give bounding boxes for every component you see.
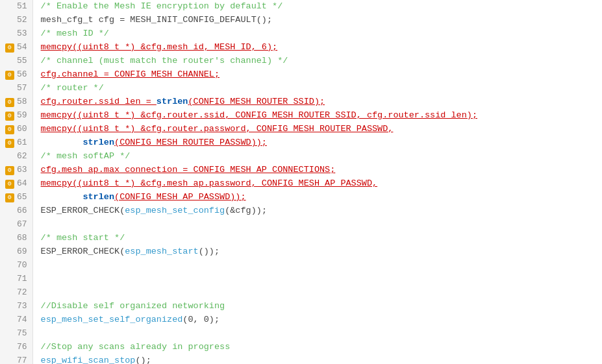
code-token: (CONFIG_MESH_ROUTER_PASSWD)); — [114, 136, 267, 150]
line-number-wrap: 55 — [5, 55, 27, 68]
code-token: esp_wifi_scan_stop — [41, 354, 136, 364]
code-token: (&cfg)); — [225, 204, 267, 218]
code-token: //Stop any scans already in progress — [41, 341, 231, 354]
code-token: memcpy((uint8_t *) &cfg.router.password,… — [41, 123, 394, 136]
line-number: 55 — [17, 55, 27, 67]
line-number-wrap: 65 — [5, 191, 27, 204]
code-token: esp_mesh_set_config — [125, 204, 225, 218]
code-token: /* mesh ID */ — [41, 27, 109, 41]
line-number-wrap: 74 — [5, 313, 27, 327]
code-token: esp_mesh_set_self_organized — [41, 313, 183, 327]
code-token: (CONFIG_MESH_AP_PASSWD)); — [114, 191, 246, 204]
code-line: memcpy((uint8_t *) &cfg.router.password,… — [41, 123, 602, 136]
code-token: memcpy((uint8_t *) &cfg.router.ssid, CON… — [41, 109, 477, 123]
warning-icon — [5, 98, 14, 107]
code-line: strlen(CONFIG_MESH_ROUTER_PASSWD)); — [41, 136, 602, 150]
code-editor: 5152535455565758596061626364656667686970… — [0, 0, 602, 364]
code-token: ()); — [199, 245, 219, 259]
line-number: 73 — [17, 300, 27, 313]
line-number: 61 — [17, 136, 27, 149]
line-number-wrap: 51 — [5, 0, 27, 14]
line-number: 54 — [17, 41, 27, 54]
code-content[interactable]: /* Enable the Mesh IE encryption by defa… — [33, 0, 602, 364]
code-line: memcpy((uint8_t *) &cfg.mesh_ap.password… — [41, 177, 602, 191]
code-line: /* router */ — [41, 82, 602, 95]
code-token — [41, 136, 83, 150]
code-token: /* mesh softAP */ — [41, 150, 131, 164]
code-token — [41, 191, 83, 204]
line-number-wrap: 57 — [5, 82, 27, 95]
code-line — [41, 259, 602, 273]
warning-icon — [5, 139, 14, 148]
line-number: 75 — [17, 327, 27, 340]
line-number-wrap: 52 — [5, 14, 27, 27]
warning-icon — [5, 193, 14, 202]
code-line: esp_mesh_set_self_organized(0, 0); — [41, 313, 602, 327]
warning-icon — [5, 112, 14, 121]
line-number: 64 — [17, 177, 27, 190]
code-token: /* Enable the Mesh IE encryption by defa… — [41, 0, 283, 14]
line-number-wrap: 75 — [5, 327, 27, 341]
line-number: 68 — [17, 232, 27, 245]
line-number-wrap: 67 — [5, 218, 27, 232]
line-number-wrap: 73 — [5, 300, 27, 313]
line-number-wrap: 54 — [5, 41, 27, 55]
code-token: /* router */ — [41, 82, 104, 95]
code-line — [41, 327, 602, 341]
line-number-wrap: 70 — [5, 259, 27, 273]
line-number-wrap: 68 — [5, 232, 27, 245]
line-number-wrap: 61 — [5, 136, 27, 150]
line-number: 56 — [17, 68, 27, 81]
line-number: 67 — [17, 218, 27, 231]
code-line: memcpy((uint8_t *) &cfg.router.ssid, CON… — [41, 109, 602, 123]
line-number: 53 — [17, 27, 27, 40]
code-token: /* channel (must match the router's chan… — [41, 55, 288, 68]
code-token: esp_mesh_start — [125, 245, 198, 259]
code-line: strlen(CONFIG_MESH_AP_PASSWD)); — [41, 191, 602, 204]
code-line: cfg.mesh_ap.max_connection = CONFIG_MESH… — [41, 164, 602, 177]
code-token: strlen — [157, 95, 188, 109]
line-number: 58 — [17, 95, 27, 108]
code-line: esp_wifi_scan_stop(); — [41, 354, 602, 364]
line-number: 69 — [17, 245, 27, 258]
warning-icon — [5, 180, 14, 189]
line-number-wrap: 69 — [5, 245, 27, 259]
code-token: memcpy((uint8_t *) &cfg.mesh_ap.password… — [41, 177, 377, 191]
line-number: 72 — [17, 286, 27, 299]
line-number: 66 — [17, 204, 27, 217]
code-token: (CONFIG_MESH_ROUTER_SSID); — [188, 95, 325, 109]
line-number: 52 — [17, 14, 27, 27]
line-number: 60 — [17, 123, 27, 136]
line-number: 57 — [17, 82, 27, 95]
line-number-wrap: 71 — [5, 273, 27, 286]
code-token: ESP_ERROR_CHECK( — [41, 204, 125, 218]
code-token: strlen — [82, 191, 114, 204]
line-number: 74 — [17, 313, 27, 326]
line-number: 77 — [17, 354, 27, 364]
line-number-wrap: 76 — [5, 341, 27, 354]
code-token: mesh_cfg_t cfg = MESH_INIT_CONFIG_DEFAUL… — [41, 14, 272, 27]
line-number-wrap: 72 — [5, 286, 27, 300]
line-number: 65 — [17, 191, 27, 204]
code-token: (); — [135, 354, 151, 364]
line-number-gutter: 5152535455565758596061626364656667686970… — [0, 0, 33, 364]
line-number-wrap: 64 — [5, 177, 27, 191]
warning-icon — [5, 166, 14, 175]
code-token: ESP_ERROR_CHECK( — [41, 245, 125, 259]
code-line: memcpy((uint8_t *) &cfg.mesh_id, MESH_ID… — [41, 41, 602, 55]
code-token: memcpy((uint8_t *) &cfg.mesh_id, MESH_ID… — [41, 41, 278, 55]
code-token: /* mesh start */ — [41, 232, 125, 245]
code-line: ESP_ERROR_CHECK(esp_mesh_set_config(&cfg… — [41, 204, 602, 218]
line-number: 70 — [17, 259, 27, 272]
code-line: cfg.router.ssid_len = strlen(CONFIG_MESH… — [41, 95, 602, 109]
code-line: //Stop any scans already in progress — [41, 341, 602, 354]
code-line — [41, 273, 602, 286]
line-number: 76 — [17, 341, 27, 354]
code-line: mesh_cfg_t cfg = MESH_INIT_CONFIG_DEFAUL… — [41, 14, 602, 27]
line-number: 71 — [17, 273, 27, 285]
line-number-wrap: 77 — [5, 354, 27, 364]
line-number: 62 — [17, 150, 27, 163]
line-number-wrap: 62 — [5, 150, 27, 164]
code-line: //Disable self organized networking — [41, 300, 602, 313]
warning-icon — [5, 71, 14, 80]
